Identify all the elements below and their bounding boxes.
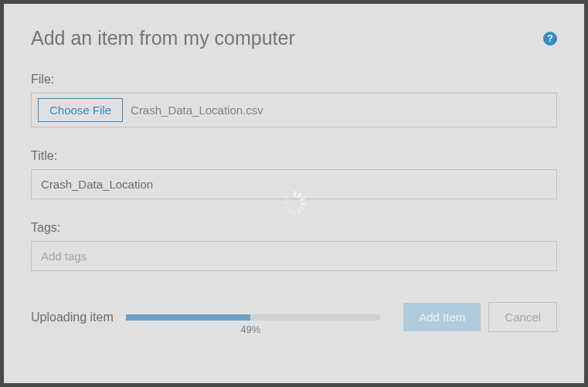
add-item-button[interactable]: Add Item [403, 303, 481, 331]
progress-bar: 49% [126, 314, 381, 321]
modal-title: Add an item from my computer [31, 27, 295, 49]
svg-rect-9 [282, 202, 288, 204]
title-label: Title: [31, 149, 557, 163]
svg-rect-7 [287, 208, 292, 214]
tags-label: Tags: [31, 221, 557, 235]
cancel-button[interactable]: Cancel [488, 302, 557, 332]
modal-header: Add an item from my computer ? [31, 27, 557, 49]
svg-rect-8 [283, 205, 289, 210]
progress-track [126, 314, 381, 321]
file-input-row: Choose File Crash_Data_Location.csv [31, 93, 557, 127]
title-input[interactable] [31, 169, 557, 199]
progress-percent-text: 49% [240, 324, 260, 335]
selected-file-name: Crash_Data_Location.csv [131, 104, 263, 117]
upload-status-label: Uploading item [31, 311, 114, 324]
svg-rect-5 [296, 208, 301, 214]
svg-rect-4 [298, 205, 304, 211]
help-icon[interactable]: ? [543, 32, 557, 46]
tags-input[interactable] [31, 241, 557, 271]
svg-rect-6 [293, 209, 295, 216]
modal-footer: Uploading item 49% Add Item Cancel [31, 302, 557, 332]
file-label: File: [31, 73, 557, 87]
choose-file-button[interactable]: Choose File [38, 98, 123, 122]
progress-fill [126, 314, 250, 321]
svg-rect-3 [301, 202, 307, 205]
add-item-modal: Add an item from my computer ? File: Cho… [4, 4, 584, 383]
